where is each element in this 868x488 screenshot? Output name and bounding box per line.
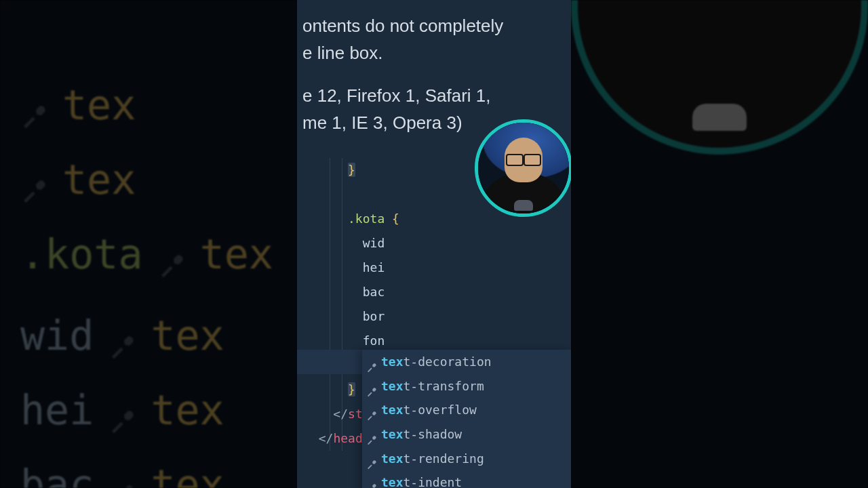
autocomplete-label: text-overflow xyxy=(381,398,477,422)
ghost-token: tex xyxy=(62,156,136,203)
webcam-large xyxy=(571,0,868,155)
wrench-icon xyxy=(158,241,185,268)
code-editor[interactable]: ontents do not completely e line box. e … xyxy=(297,0,571,488)
wrench-icon xyxy=(20,92,47,119)
autocomplete-item[interactable]: text-shadow xyxy=(362,422,571,447)
code-line[interactable]: bac xyxy=(304,280,571,304)
ghost-token: bac xyxy=(20,461,94,488)
wrench-icon xyxy=(108,322,136,349)
doc-text: ontents do not completely xyxy=(302,16,503,36)
autocomplete-item[interactable]: text-overflow xyxy=(362,398,571,422)
autocomplete-item[interactable]: text-transform xyxy=(362,374,571,399)
wrench-icon xyxy=(366,429,377,440)
code-line[interactable]: wid xyxy=(304,231,571,256)
ghost-token: tex xyxy=(151,312,224,359)
ghost-token: tex xyxy=(151,386,224,434)
ghost-token: hei xyxy=(20,386,94,434)
autocomplete-popup[interactable]: text-decorationtext-transformtext-overfl… xyxy=(362,350,571,488)
autocomplete-item[interactable]: text-decoration xyxy=(362,350,571,374)
ghost-token: tex xyxy=(200,230,273,278)
code-line[interactable]: hei xyxy=(304,256,571,280)
wrench-icon xyxy=(366,477,377,488)
ghost-token: .kota xyxy=(20,230,143,278)
wrench-icon xyxy=(366,357,377,367)
pillarbox-right xyxy=(571,0,868,488)
autocomplete-label: text-rendering xyxy=(381,447,484,471)
autocomplete-label: text-indent xyxy=(381,470,462,488)
wrench-icon xyxy=(366,381,377,392)
wrench-icon xyxy=(108,471,136,488)
doc-compat: me 1, IE 3, Opera 3) xyxy=(302,113,462,133)
ghost-token: wid xyxy=(20,312,94,359)
code-line[interactable]: bor xyxy=(304,304,571,329)
wrench-icon xyxy=(108,396,136,424)
ghost-token: tex xyxy=(151,461,224,488)
doc-text: e line box. xyxy=(302,43,383,63)
autocomplete-label: text-transform xyxy=(381,374,484,399)
wrench-icon xyxy=(366,453,377,464)
autocomplete-label: text-shadow xyxy=(381,422,462,447)
autocomplete-item[interactable]: text-indent xyxy=(362,470,571,488)
pillarbox-left: tex tex .kota tex wid tex hei xyxy=(0,0,297,488)
wrench-icon xyxy=(366,405,377,415)
doc-compat: e 12, Firefox 1, Safari 1, xyxy=(302,85,490,106)
wrench-icon xyxy=(20,166,47,193)
webcam-overlay xyxy=(475,119,571,217)
autocomplete-label: text-decoration xyxy=(381,350,492,374)
ghost-token: tex xyxy=(62,81,136,129)
autocomplete-item[interactable]: text-rendering xyxy=(362,447,571,471)
